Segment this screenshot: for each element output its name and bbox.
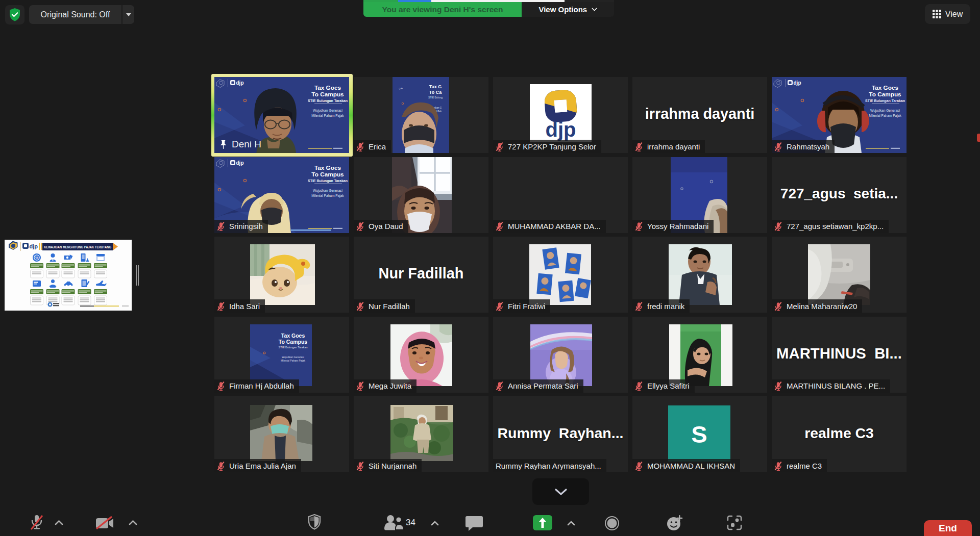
svg-text:S: S	[691, 421, 707, 448]
svg-text:STIE Bulung: STIE Bulung	[428, 96, 443, 99]
svg-text:%: %	[35, 256, 38, 260]
svg-text:Tax Goes: Tax Goes	[281, 333, 305, 339]
svg-text:To Ca: To Ca	[429, 90, 442, 95]
svg-text:KEWAJIBAN MENGHITUNG PAJAK TER: KEWAJIBAN MENGHITUNG PAJAK TERUTANG	[44, 245, 111, 249]
svg-text:Milenial Paham Pajak: Milenial Paham Pajak	[281, 359, 306, 362]
svg-text:To Campus: To Campus	[279, 339, 308, 345]
svg-text:Wujudkan Generasi: Wujudkan Generasi	[282, 355, 304, 359]
svg-text:Tax G: Tax G	[429, 84, 442, 89]
svg-text:STIE Bulungan Tarakan: STIE Bulungan Tarakan	[279, 346, 308, 349]
svg-text:djp: djp	[546, 118, 576, 141]
svg-text:djp: djp	[30, 243, 38, 249]
svg-text:○+: ○+	[399, 87, 403, 90]
